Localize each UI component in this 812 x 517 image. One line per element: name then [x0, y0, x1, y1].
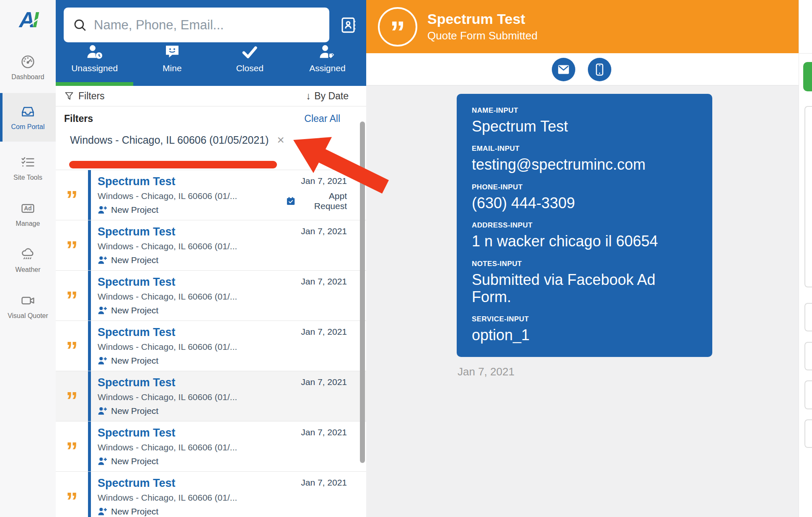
lead-title: Spectrum Test — [98, 175, 287, 188]
phone-button[interactable] — [588, 58, 611, 81]
sidebar-item-label: Manage — [16, 220, 40, 227]
lead-title: Spectrum Test — [98, 477, 287, 490]
tab-label: Unassigned — [71, 63, 118, 73]
lead-date: Jan 7, 2021 — [287, 327, 347, 337]
tab-mine[interactable]: Mine — [133, 44, 211, 82]
filters-panel: Filters Clear All Windows - Chicago, IL … — [56, 106, 366, 170]
sidebar-item-dashboard[interactable]: Dashboard — [0, 47, 56, 87]
sidebar-item-label: Weather — [15, 266, 40, 274]
detail-field: NAME-INPUT Spectrum Test — [472, 106, 700, 135]
email-button[interactable] — [552, 58, 575, 81]
appt-request-badge: Appt Request — [287, 191, 347, 211]
list-item[interactable]: ” Spectrum Test Windows - Chicago, IL 60… — [56, 421, 366, 472]
person-plus-icon — [98, 407, 108, 415]
field-label: SERVICE-INPUT — [472, 315, 700, 323]
funnel-icon — [64, 91, 74, 101]
lead-date: Jan 7, 2021 — [287, 226, 347, 236]
sidebar-item-com-portal[interactable]: Com Portal — [0, 93, 56, 142]
sidebar-item-label: Site Tools — [13, 174, 42, 181]
search-icon — [73, 18, 87, 32]
lead-subtitle: Windows - Chicago, IL 60606 (01/... — [98, 191, 287, 201]
lead-date: Jan 7, 2021 — [287, 427, 347, 437]
rail-panel-fragment — [804, 303, 812, 331]
field-label: EMAIL-INPUT — [472, 145, 700, 153]
search-input[interactable] — [94, 18, 320, 33]
clear-all-link[interactable]: Clear All — [304, 113, 340, 124]
field-value: Submitted via Facebook Ad Form. — [472, 271, 698, 306]
quote-badge-icon: ” — [378, 7, 417, 47]
list-item[interactable]: ” Spectrum Test Windows - Chicago, IL 60… — [56, 271, 366, 321]
tab-closed[interactable]: Closed — [211, 44, 289, 82]
filters-toggle[interactable]: Filters — [64, 90, 105, 102]
lead-subtitle: Windows - Chicago, IL 60606 (01/... — [98, 292, 287, 302]
envelope-icon — [558, 65, 569, 75]
svg-text:Ad: Ad — [24, 205, 31, 212]
tab-label: Assigned — [309, 63, 345, 73]
check-icon — [240, 44, 259, 60]
cloud-rain-icon — [20, 247, 36, 262]
lead-date: Jan 7, 2021 — [287, 176, 347, 186]
person-plus-icon — [98, 357, 108, 365]
sidebar-item-visual-quoter[interactable]: Visual Quoter — [0, 286, 56, 326]
rail-panel-fragment — [804, 419, 812, 448]
lead-subtitle: Windows - Chicago, IL 60606 (01/... — [98, 493, 287, 503]
row-accent-bar — [88, 371, 91, 421]
sidebar-item-weather[interactable]: Weather — [0, 240, 56, 280]
search-box — [64, 8, 329, 42]
filter-chip-label: Windows - Chicago, IL 60606 (01/05/2021) — [70, 134, 269, 146]
person-plus-icon — [98, 507, 108, 516]
sort-by-date[interactable]: ↓ By Date — [306, 90, 349, 102]
sidebar-item-manage[interactable]: Ad Manage — [0, 194, 56, 234]
field-value: option_1 — [472, 326, 698, 344]
lead-tabs: Unassigned Mine Closed — [56, 44, 366, 82]
list-item[interactable]: ” Spectrum Test Windows - Chicago, IL 60… — [56, 220, 366, 271]
row-accent-bar — [88, 321, 91, 371]
user-clock-icon — [85, 44, 104, 60]
mobile-phone-icon — [594, 63, 605, 76]
detail-card: NAME-INPUT Spectrum Test EMAIL-INPUT tes… — [457, 94, 712, 357]
app-logo[interactable]: AI — [19, 7, 36, 33]
lead-project-label: New Project — [111, 255, 158, 265]
filters-panel-title: Filters — [64, 113, 93, 124]
list-item[interactable]: ” Spectrum Test Windows - Chicago, IL 60… — [56, 170, 366, 220]
field-value: 1 n wacker chicago il 60654 — [472, 233, 698, 250]
sidebar-item-site-tools[interactable]: Site Tools — [0, 147, 56, 188]
row-accent-bar — [88, 170, 91, 220]
remove-filter-icon[interactable]: × — [277, 134, 284, 146]
address-book-button[interactable] — [339, 16, 357, 34]
rail-panel-fragment — [804, 342, 812, 370]
list-item[interactable]: ” Spectrum Test Windows - Chicago, IL 60… — [56, 472, 366, 517]
ad-icon: Ad — [20, 201, 36, 216]
tab-unassigned[interactable]: Unassigned — [56, 44, 133, 82]
rail-panel-fragment — [804, 380, 812, 409]
detail-actions — [366, 53, 799, 85]
submission-timestamp: Jan 7, 2021 — [458, 365, 515, 378]
lead-detail-panel: ” Spectrum Test Quote Form Submitted — [366, 0, 812, 517]
search-and-tabs: Unassigned Mine Closed — [56, 0, 366, 86]
tab-label: Mine — [163, 63, 182, 73]
detail-field: EMAIL-INPUT testing@spectruminc.com — [472, 145, 700, 173]
person-plus-icon — [98, 306, 108, 315]
lead-subtitle: Windows - Chicago, IL 60606 (01/... — [98, 442, 287, 452]
scrollbar-thumb[interactable] — [360, 121, 365, 463]
person-plus-icon — [98, 256, 108, 264]
list-item[interactable]: ” Spectrum Test Windows - Chicago, IL 60… — [56, 321, 366, 371]
row-accent-bar — [88, 271, 91, 321]
tab-assigned[interactable]: Assigned — [289, 44, 366, 82]
filters-toggle-label: Filters — [78, 90, 105, 102]
lead-subtitle: Windows - Chicago, IL 60606 (01/... — [98, 392, 287, 402]
address-book-icon — [339, 16, 357, 34]
lead-project-label: New Project — [111, 507, 158, 517]
checklist-icon — [20, 155, 36, 170]
detail-title: Spectrum Test — [427, 11, 538, 27]
field-value: testing@spectruminc.com — [472, 156, 698, 173]
field-label: NOTES-INPUT — [472, 260, 700, 268]
lead-project-label: New Project — [111, 305, 158, 315]
detail-field: NOTES-INPUT Submitted via Facebook Ad Fo… — [472, 260, 700, 306]
detail-content: NAME-INPUT Spectrum Test EMAIL-INPUT tes… — [366, 85, 799, 517]
lead-project-label: New Project — [111, 205, 158, 215]
gauge-icon — [20, 54, 36, 70]
lead-title: Spectrum Test — [98, 276, 287, 289]
lead-project-label: New Project — [111, 406, 158, 416]
list-item[interactable]: ” Spectrum Test Windows - Chicago, IL 60… — [56, 371, 366, 421]
